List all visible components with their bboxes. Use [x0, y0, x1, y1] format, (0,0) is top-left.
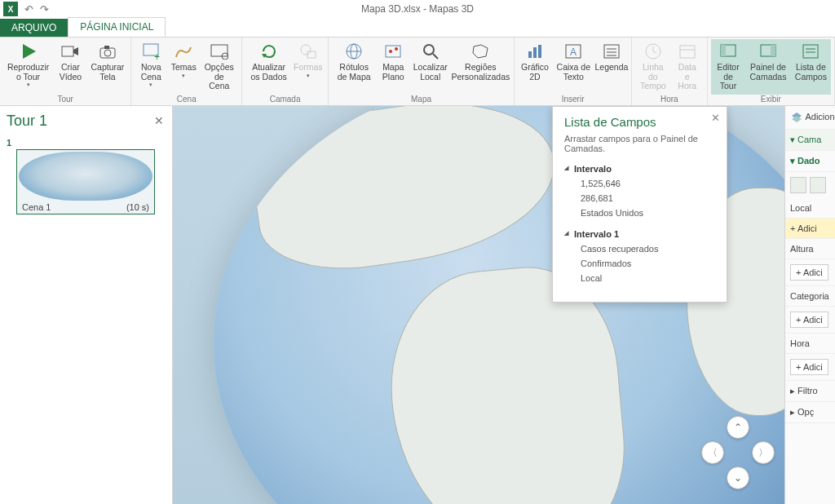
svg-text:+: +: [154, 51, 160, 60]
scene-name: Cena 1: [22, 202, 51, 212]
data-header[interactable]: ▾ Dado: [785, 151, 835, 172]
flat-map-button[interactable]: Mapa Plano: [376, 39, 410, 95]
map-labels-button[interactable]: Rótulos de Mapa: [332, 39, 377, 95]
group-label-insert: Inserir: [562, 95, 585, 105]
field-item[interactable]: Local: [564, 271, 715, 285]
field-item[interactable]: 1,525,646: [564, 176, 715, 191]
tour-title: Tour 1: [7, 113, 166, 130]
redo-icon[interactable]: ↷: [40, 3, 49, 15]
globe-label-icon: [344, 42, 364, 61]
scene-thumbnail[interactable]: Cena 1 (10 s): [16, 149, 155, 214]
new-scene-button[interactable]: + Nova Cena ▾: [135, 39, 167, 95]
layer-header[interactable]: ▾ Cama: [785, 130, 835, 151]
close-icon[interactable]: ✕: [711, 112, 720, 124]
textbox-icon: A: [563, 42, 583, 61]
group-label-scene: Cena: [177, 95, 197, 105]
nav-left-button[interactable]: 〈: [701, 441, 724, 464]
create-video-button[interactable]: Criar Vídeo: [53, 39, 88, 95]
textbox-button[interactable]: A Caixa de Texto: [552, 39, 595, 95]
capture-screen-button[interactable]: Capturar Tela: [88, 39, 128, 95]
regions-icon: [471, 42, 490, 61]
calendar-icon: [678, 42, 697, 61]
layers-icon: [790, 111, 803, 124]
svg-line-20: [433, 54, 438, 59]
find-location-button[interactable]: Localizar Local: [410, 39, 450, 95]
svg-rect-23: [533, 47, 537, 58]
svg-rect-5: [104, 46, 109, 49]
field-list-title: Lista de Campos: [564, 115, 715, 129]
camera-icon: [98, 42, 117, 61]
field-group-header[interactable]: Intervalo 1: [564, 227, 715, 241]
map-canvas[interactable]: ✕ Lista de Campos Arrastar campos para o…: [173, 106, 784, 504]
chart-type-icons[interactable]: [785, 172, 835, 198]
svg-rect-1: [62, 46, 73, 56]
undo-icon[interactable]: ↶: [24, 3, 33, 15]
svg-point-19: [424, 45, 434, 55]
options-row[interactable]: ▸ Opç: [785, 402, 835, 423]
legend-button[interactable]: Legenda: [595, 39, 628, 95]
shapes-button: Formas ▾: [292, 39, 325, 95]
add-category-button[interactable]: + Adici: [785, 307, 835, 334]
ribbon: Reproduzir o Tour ▾ Criar Vídeo Capturar…: [0, 38, 835, 106]
field-item[interactable]: 286,681: [564, 191, 715, 206]
group-label-map: Mapa: [411, 95, 431, 105]
field-item[interactable]: Casos recuperados: [564, 241, 715, 256]
legend-icon: [602, 42, 621, 61]
add-time-button[interactable]: + Adici: [785, 354, 835, 381]
svg-rect-27: [604, 45, 619, 58]
add-field-button[interactable]: + Adici: [785, 219, 835, 239]
chart2d-button[interactable]: Gráfico 2D: [518, 39, 551, 95]
nav-up-button[interactable]: ⌃: [727, 416, 749, 439]
svg-marker-44: [792, 116, 802, 122]
nav-right-button[interactable]: 〉: [752, 441, 775, 464]
tab-file[interactable]: ARQUIVO: [0, 19, 68, 37]
excel-icon: X: [3, 2, 18, 16]
close-icon[interactable]: ✕: [154, 114, 164, 127]
svg-point-18: [395, 47, 398, 51]
local-label: Local: [785, 198, 835, 219]
svg-marker-2: [73, 47, 78, 55]
group-label-view: Exibir: [761, 95, 781, 105]
themes-button[interactable]: Temas ▾: [167, 39, 200, 95]
group-label-time: Hora: [660, 95, 678, 105]
svg-rect-16: [386, 46, 400, 57]
category-label: Categoria: [785, 286, 835, 307]
filters-row[interactable]: ▸ Filtro: [785, 381, 835, 402]
tour-editor-button[interactable]: Editor de Tour: [711, 39, 745, 95]
field-list-icon: [801, 42, 820, 61]
field-list-subtitle: Arrastar campos para o Painel de Camadas…: [564, 134, 715, 153]
new-scene-icon: +: [141, 42, 161, 61]
svg-rect-39: [771, 45, 775, 56]
height-label: Altura: [785, 239, 835, 259]
custom-regions-button[interactable]: Regiões Personalizadas: [450, 39, 510, 95]
navigation-pad: ⌃ 〈 〉 ⌄: [701, 416, 775, 489]
scene-options-button[interactable]: Opções de Cena: [200, 39, 238, 95]
svg-point-4: [104, 50, 111, 56]
tab-home[interactable]: PÁGINA INICIAL: [68, 17, 166, 37]
window-title: Mapa 3D.xlsx - Mapas 3D: [361, 3, 474, 15]
tour-editor-pane: Tour 1 ✕ 1 Cena 1 (10 s): [0, 106, 173, 504]
refresh-data-button[interactable]: Atualizar os Dados: [245, 39, 291, 95]
video-icon: [60, 42, 80, 61]
layer-pane-button[interactable]: Painel de Camadas: [745, 39, 791, 95]
add-height-button[interactable]: + Adici: [785, 259, 835, 286]
field-list-button[interactable]: Lista de Campos: [791, 39, 831, 95]
nav-down-button[interactable]: ⌄: [727, 466, 749, 489]
dropdown-caret-icon: ▾: [27, 82, 30, 88]
svg-rect-37: [721, 45, 726, 56]
add-layer-row[interactable]: Adiciona: [785, 106, 835, 130]
chart-icon: [525, 42, 545, 61]
field-list-popup: ✕ Lista de Campos Arrastar campos para o…: [552, 106, 727, 303]
play-tour-button[interactable]: Reproduzir o Tour ▾: [3, 39, 53, 95]
group-label-tour: Tour: [57, 95, 73, 105]
chart-type-icon[interactable]: [790, 177, 806, 193]
field-item[interactable]: Confirmados: [564, 256, 715, 271]
dropdown-caret-icon: ▾: [307, 73, 310, 79]
scene-index: 1: [7, 138, 166, 148]
themes-icon: [174, 42, 193, 61]
svg-rect-22: [528, 51, 532, 58]
scene-duration: (10 s): [126, 202, 149, 212]
chart-type-icon[interactable]: [810, 177, 826, 193]
field-item[interactable]: Estados Unidos: [564, 206, 715, 220]
field-group-header[interactable]: Intervalo: [564, 161, 715, 176]
